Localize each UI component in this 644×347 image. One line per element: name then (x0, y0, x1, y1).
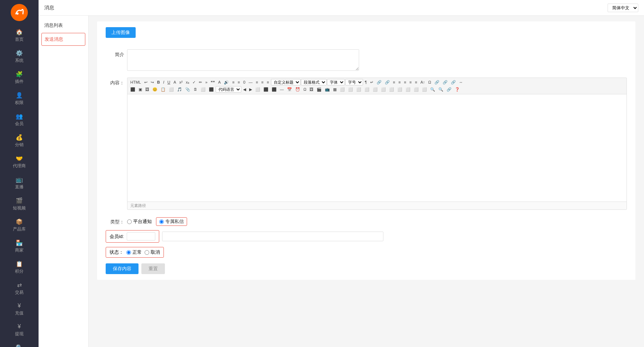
type-private-label[interactable]: 专属私信 (156, 217, 187, 226)
tb2-next[interactable]: ▶ (248, 86, 253, 93)
tb2-t9[interactable]: ⬜ (396, 86, 404, 93)
tb2-codelang-select[interactable]: 代码语言 (216, 86, 241, 93)
sidebar-item-member[interactable]: 👥 会员 (0, 109, 39, 130)
type-platform-label[interactable]: 平台通知 (127, 218, 152, 225)
tb-fontsize-select[interactable]: 字号 (345, 79, 363, 85)
tb-check[interactable]: ✓ (191, 79, 197, 85)
reset-button[interactable]: 重置 (141, 263, 165, 274)
type-platform-radio[interactable] (127, 219, 132, 224)
tb2-emoji[interactable]: 😊 (151, 86, 159, 93)
tb-indent[interactable]: — (247, 79, 254, 85)
tb-aa[interactable]: A↑ (419, 79, 427, 85)
tb-expand[interactable]: ↔ (458, 79, 464, 85)
tb-linkx[interactable]: 🔗 (433, 79, 441, 85)
upload-image-button[interactable]: 上传图像 (106, 27, 136, 38)
sidebar-item-distribution[interactable]: 💰 分销 (0, 130, 39, 152)
tb-font-select[interactable]: 字体 (327, 79, 345, 85)
tb-html[interactable]: HTML (129, 79, 142, 85)
tb-blockquote[interactable]: ❝❝ (209, 79, 216, 85)
tb2-lock[interactable]: 🔗 (445, 86, 453, 93)
tb-para[interactable]: ¶ (363, 79, 368, 85)
tb2-img2[interactable]: 🖼 (308, 86, 315, 93)
tb-font[interactable]: A (217, 79, 222, 85)
tb2-clipboard[interactable]: 📋 (159, 86, 167, 93)
tb-unlink[interactable]: 🔗 (383, 79, 391, 85)
tb-omega[interactable]: Ω (427, 79, 433, 85)
tb2-t5[interactable]: ⬜ (363, 86, 371, 93)
status-normal-label[interactable]: 正常 (126, 249, 142, 256)
tb2-box3[interactable]: ⬜ (167, 86, 175, 93)
tb2-t2[interactable]: ⬜ (338, 86, 346, 93)
tb-al[interactable]: ≡ (392, 79, 397, 85)
sidebar-item-permission[interactable]: 👤 权限 (0, 88, 39, 109)
tb-underline[interactable]: U (166, 79, 172, 85)
type-private-radio[interactable] (159, 219, 164, 224)
tb2-t8[interactable]: ⬜ (388, 86, 396, 93)
sidebar-item-agent[interactable]: 🤝 代理商 (0, 152, 39, 173)
tb2-box6[interactable]: ⬜ (254, 86, 262, 93)
tb-font-color[interactable]: A (172, 79, 177, 85)
tb2-t7[interactable]: ⬜ (379, 86, 387, 93)
tb2-attach[interactable]: 📎 (184, 86, 192, 93)
tb-an[interactable]: ≡ (413, 79, 418, 85)
sidebar-item-system[interactable]: ⚙️ 系统 (0, 46, 39, 67)
tb2-box7[interactable]: ⬛ (262, 86, 270, 93)
tb-num[interactable]: 0 (242, 79, 247, 85)
tb2-dash[interactable]: — (278, 86, 285, 93)
tb2-zoom-in[interactable]: 🔍 (429, 86, 437, 93)
tb-bold[interactable]: B (156, 79, 161, 85)
status-cancel-radio[interactable] (145, 250, 149, 255)
tb2-video[interactable]: 🎬 (315, 86, 323, 93)
sidebar-item-plugin[interactable]: 🧩 插件 (0, 67, 39, 88)
sidebar-item-points[interactable]: 📋 积分 (0, 257, 39, 278)
sidebar-item-product[interactable]: 📦 产品库 (0, 215, 39, 236)
tb-ol[interactable]: ≡ (231, 79, 236, 85)
tb2-prev[interactable]: ◀ (242, 86, 247, 93)
editor-body[interactable] (127, 94, 627, 202)
tb-quote[interactable]: » (204, 79, 209, 85)
tb2-zoom-out[interactable]: 🔍 (437, 86, 445, 93)
tb2-image[interactable]: 🖼 (144, 86, 151, 93)
status-cancel-label[interactable]: 取消 (145, 249, 160, 256)
tb2-box2[interactable]: ▣ (137, 86, 144, 93)
tb-undo[interactable]: ↩ (143, 79, 149, 85)
sidebar-item-recharge[interactable]: ¥ 充值 (0, 299, 39, 320)
sidebar-item-merchant[interactable]: 🏪 商家 (0, 236, 39, 257)
tb2-tv[interactable]: 📺 (323, 86, 331, 93)
tb-paragraph-select[interactable]: 段落格式 (301, 79, 327, 85)
tb-ac[interactable]: ≡ (402, 79, 407, 85)
tb-align-right[interactable]: ≡ (265, 79, 270, 85)
member-id-small-input[interactable] (127, 232, 155, 241)
save-button[interactable]: 保存内容 (106, 263, 139, 274)
tb2-t4[interactable]: ⬜ (355, 86, 363, 93)
tb2-t10[interactable]: ⬜ (404, 86, 412, 93)
tb2-box5[interactable]: ⬛ (207, 86, 215, 93)
tb-subscript[interactable]: x₂ (184, 79, 191, 85)
tb-aj[interactable]: ≡ (408, 79, 413, 85)
tb-newline[interactable]: ↵ (369, 79, 375, 85)
tb-link[interactable]: 🔗 (375, 79, 383, 85)
tb2-t3[interactable]: ⬜ (347, 86, 354, 93)
tb2-date[interactable]: 📅 (286, 86, 293, 93)
tb2-box4[interactable]: ⬜ (199, 86, 207, 93)
language-select[interactable]: 简体中文 (608, 4, 638, 12)
tb-italic[interactable]: I (162, 79, 166, 85)
sidebar-item-trade[interactable]: ⇄ 交易 (0, 278, 39, 299)
tb2-help[interactable]: ❓ (453, 86, 461, 93)
tb-ar[interactable]: ≡ (397, 79, 402, 85)
tb-linkz[interactable]: 🔗 (449, 79, 457, 85)
subnav-send-message[interactable]: 发送消息 (41, 33, 85, 46)
tb-heading-select[interactable]: 自定义标题 (271, 79, 301, 85)
tb2-t1[interactable]: ▦ (332, 86, 338, 93)
tb-audio[interactable]: 🔊 (222, 79, 230, 85)
sidebar-item-home[interactable]: 🏠 首页 (0, 25, 39, 46)
tb-align-center[interactable]: ≡ (260, 79, 265, 85)
tb2-time[interactable]: ⏰ (294, 86, 302, 93)
tb2-t12[interactable]: ⬜ (421, 86, 428, 93)
status-normal-radio[interactable] (126, 250, 131, 255)
tb-align-left[interactable]: ≡ (254, 79, 259, 85)
sidebar-item-live[interactable]: 📺 直播 (0, 173, 39, 194)
tb-superscript[interactable]: x² (178, 79, 184, 85)
tb2-omega2[interactable]: Ω (302, 86, 308, 93)
tb-ul[interactable]: ≡ (236, 79, 241, 85)
